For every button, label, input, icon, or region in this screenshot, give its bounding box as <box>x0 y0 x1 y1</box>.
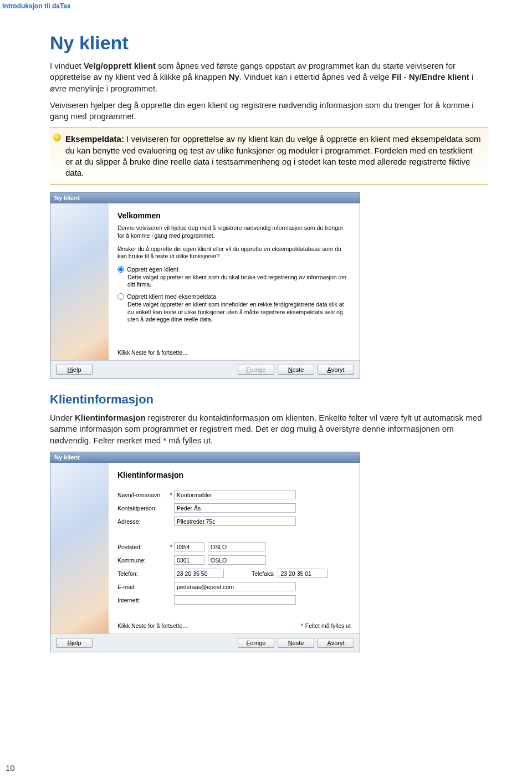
label-post: Poststed: <box>117 544 168 550</box>
text-bold: Ny <box>229 72 239 81</box>
row-contact: Kontaktperson: <box>117 503 351 514</box>
wizard-new-client-welcome: Ny klient Velkommen Denne veiviseren vil… <box>50 192 360 379</box>
option-desc: Dette valget oppretter en klient som du … <box>127 274 351 289</box>
wizard-titlebar: Ny klient <box>50 193 360 203</box>
wizard-heading: Klientinformasjon <box>117 471 351 479</box>
input-post-city[interactable] <box>208 542 266 551</box>
intro-paragraph-2: Veiviseren hjelper deg å opprette din eg… <box>50 100 488 122</box>
wizard-client-info: Ny klient Klientinformasjon Navn/Firmana… <box>50 452 360 652</box>
input-post-code[interactable] <box>174 542 204 551</box>
label-phone: Telefon: <box>117 570 168 577</box>
input-fax[interactable] <box>278 569 328 578</box>
wizard-side-image <box>50 463 109 633</box>
prev-button[interactable]: Forrige <box>238 638 274 648</box>
next-button[interactable]: Neste <box>278 365 314 375</box>
radio-example-data[interactable] <box>117 293 124 300</box>
btn-text: jelp <box>71 366 81 373</box>
page-content: Ny klient I vinduet Velg/opprett klient … <box>0 10 488 652</box>
label-name: Navn/Firmanavn: <box>117 492 168 498</box>
row-email: E-mail: <box>117 581 351 592</box>
input-address[interactable] <box>174 517 296 526</box>
tip-box: Eksempeldata: I veiviseren for opprettel… <box>50 127 488 185</box>
wizard-titlebar: Ny klient <box>50 452 360 463</box>
lightbulb-icon <box>53 134 61 141</box>
row-kommune: Kommune: <box>117 555 351 566</box>
help-button[interactable]: Hjelp <box>56 638 93 648</box>
help-button[interactable]: Hjelp <box>56 365 93 375</box>
text: - <box>401 72 408 81</box>
continue-hint: Klikk Neste for å fortsette... <box>117 622 187 629</box>
prev-button[interactable]: Forrige <box>238 365 274 375</box>
wizard-side-image <box>50 203 109 360</box>
row-address: Adresse: <box>117 516 351 527</box>
text-bold: Ny/Endre klient <box>409 72 469 81</box>
wizard-desc-2: Ønsker du å opprette din egen klient ell… <box>117 246 351 260</box>
input-internet[interactable] <box>174 595 296 605</box>
text: . Vinduet kan i ettertid åpnes ved å vel… <box>239 72 392 81</box>
option-desc: Dette valget oppretter en klient som inn… <box>127 301 351 324</box>
input-phone[interactable] <box>174 569 224 578</box>
cancel-button[interactable]: Avbryt <box>318 365 354 375</box>
text: Under <box>50 413 75 422</box>
klientinfo-paragraph: Under Klientinformasjon registrerer du k… <box>50 412 488 446</box>
required-marker: * <box>168 492 174 498</box>
input-name[interactable] <box>174 490 296 499</box>
input-email[interactable] <box>174 582 296 591</box>
wizard-desc-1: Denne veiviseren vil hjelpe deg med å re… <box>117 224 351 239</box>
input-kommune-city[interactable] <box>208 555 266 565</box>
required-note: *Feltet må fylles ut <box>301 622 351 629</box>
input-kommune-code[interactable] <box>174 555 204 565</box>
continue-hint: Klikk Neste for å fortsette... <box>117 349 351 356</box>
tip-text: I veiviseren for opprettelse av ny klien… <box>65 134 481 177</box>
page-title: Ny klient <box>50 32 488 54</box>
label-internet: Internett: <box>117 597 168 604</box>
required-marker: * <box>168 544 174 550</box>
label-contact: Kontaktperson: <box>117 505 168 512</box>
text: I vinduet <box>50 61 84 70</box>
label-kommune: Kommune: <box>117 557 168 564</box>
cancel-button[interactable]: Avbryt <box>318 638 354 648</box>
label-address: Adresse: <box>117 518 168 525</box>
row-internet: Internett: <box>117 595 351 606</box>
page-number: 10 <box>6 763 15 773</box>
option-own-client: Opprett egen klient Dette valget opprett… <box>117 266 351 289</box>
option-example-data: Opprett klient med eksempeldata Dette va… <box>117 293 351 324</box>
row-name: Navn/Firmanavn: * <box>117 489 351 500</box>
next-button[interactable]: Neste <box>278 638 314 648</box>
radio-own-client[interactable] <box>117 266 124 273</box>
wizard-button-bar: Hjelp Forrige Neste Avbryt <box>50 360 360 379</box>
row-post: Poststed: * <box>117 541 351 553</box>
input-contact[interactable] <box>174 503 296 513</box>
wizard-heading: Velkommen <box>117 211 351 220</box>
text-bold: Velg/opprett klient <box>84 61 156 70</box>
option-label: Opprett klient med eksempeldata <box>127 293 216 300</box>
row-phone: Telefon: Telefaks: <box>117 568 351 579</box>
label-email: E-mail: <box>117 584 168 590</box>
wizard-button-bar: Hjelp Forrige Neste Avbryt <box>50 633 360 652</box>
intro-paragraph-1: I vinduet Velg/opprett klient som åpnes … <box>50 60 488 94</box>
option-label: Opprett egen klient <box>127 266 178 273</box>
text-bold: Klientinformasjon <box>75 413 146 422</box>
tip-label: Eksempeldata: <box>65 134 124 144</box>
text-bold: Fil <box>392 72 402 81</box>
doc-header: Introduksjon til daTax <box>0 0 532 10</box>
subsection-title: Klientinformasjon <box>50 392 488 407</box>
label-fax: Telefaks: <box>252 570 274 577</box>
